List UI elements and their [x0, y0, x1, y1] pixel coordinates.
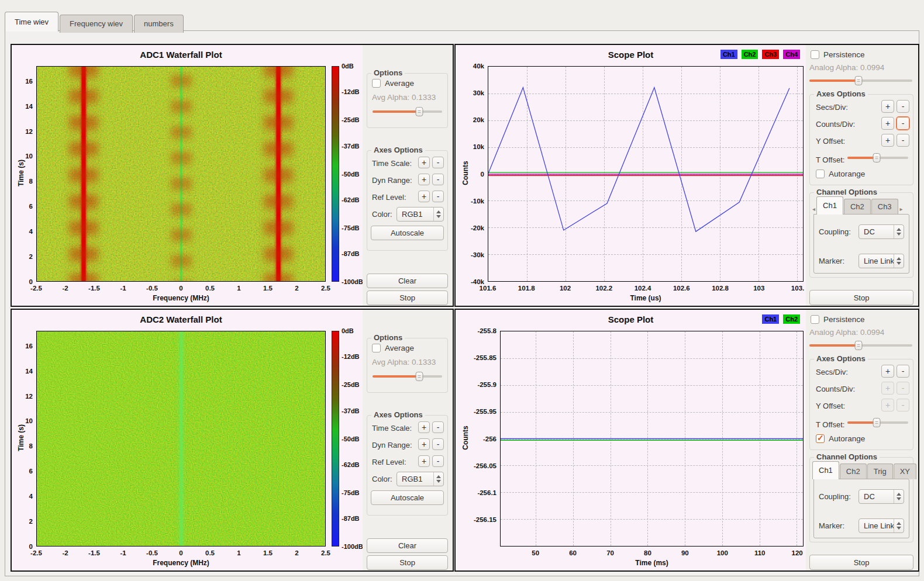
analog-alpha-slider[interactable] — [809, 75, 912, 86]
time-scale-minus-button[interactable]: - — [432, 421, 444, 433]
y-offset-plus-button[interactable]: + — [881, 134, 894, 147]
dyn-range-plus-button[interactable]: + — [418, 438, 430, 450]
channel-tab-ch2[interactable]: Ch2 — [840, 464, 867, 479]
coupling-select[interactable]: DC — [859, 489, 904, 504]
coupling-select[interactable]: DC — [859, 224, 904, 239]
time-scale-plus-button[interactable]: + — [418, 421, 430, 433]
channel-tab-ch3[interactable]: Ch3 — [871, 199, 898, 215]
y-tick-label: -255.95 — [474, 408, 497, 415]
ref-level-plus-button[interactable]: + — [418, 455, 430, 467]
marker-select[interactable]: Line Link — [859, 254, 904, 268]
coupling-label: Coupling: — [819, 492, 851, 501]
y-offset-minus-button[interactable]: - — [897, 134, 909, 147]
tab-frequency-wiev[interactable]: Frequency wiev — [60, 15, 133, 33]
average-label: Average — [385, 79, 414, 88]
dyn-range-minus-button[interactable]: - — [432, 174, 444, 185]
spinner-arrows-icon[interactable] — [894, 254, 904, 268]
y-tick-label: 4 — [29, 493, 33, 500]
adc1-waterfall-panel: ADC1 Waterfall Plot 0dB-12dB-25dB-37dB-5… — [11, 44, 454, 307]
tab-time-wiev[interactable]: Time wiev — [5, 12, 58, 32]
legend-chip: Ch2 — [742, 50, 758, 59]
x-tick-label: 110 — [754, 549, 766, 556]
channel-tab-ch1[interactable]: Ch1 — [816, 196, 843, 215]
colorbar-tick-label: -75dB — [342, 224, 360, 231]
time-scale-minus-button[interactable]: - — [432, 157, 444, 168]
autorange-checkbox[interactable] — [816, 170, 825, 178]
spinner-arrows-icon[interactable] — [433, 472, 443, 486]
y-offset-minus-button[interactable]: - — [897, 399, 909, 411]
y-offset-plus-button[interactable]: + — [881, 399, 894, 411]
ref-level-minus-button[interactable]: - — [432, 191, 444, 202]
ref-level-plus-button[interactable]: + — [418, 191, 430, 202]
color-select[interactable]: RGB1 — [397, 207, 444, 222]
counts-div-minus-button[interactable]: - — [897, 382, 909, 395]
carrier-stripe — [81, 67, 85, 281]
stop-button[interactable]: Stop — [809, 555, 913, 570]
marker-select[interactable]: Line Link — [859, 518, 904, 533]
stop-button[interactable]: Stop — [367, 290, 448, 305]
spinner-arrows-icon[interactable] — [894, 490, 904, 503]
x-tick-label: 100 — [717, 549, 728, 556]
adc1-waterfall-canvas[interactable] — [36, 66, 326, 282]
secs-div-plus-button[interactable]: + — [881, 365, 894, 378]
y-tick-label: 10k — [473, 143, 484, 150]
adc2-waterfall-canvas[interactable] — [36, 331, 326, 547]
tab-scroll-right-icon[interactable]: ▸ — [899, 206, 904, 215]
scope2-x-axis-ticks: 5060708090100110120 — [500, 549, 804, 558]
tab-scroll-left-icon[interactable]: ◂ — [811, 206, 816, 215]
clear-button[interactable]: Clear — [367, 274, 448, 288]
stop-button[interactable]: Stop — [367, 555, 448, 570]
stop-button[interactable]: Stop — [809, 290, 913, 305]
persistence-checkbox[interactable] — [811, 50, 819, 59]
autoscale-button[interactable]: Autoscale — [371, 226, 444, 240]
x-tick-label: 60 — [569, 549, 577, 556]
channel-tab-xy[interactable]: XY — [894, 464, 916, 479]
scope2-canvas[interactable] — [500, 331, 804, 547]
channel-tab-ch2[interactable]: Ch2 — [844, 199, 871, 215]
counts-div-plus-button[interactable]: + — [881, 117, 894, 130]
secs-div-minus-button[interactable]: - — [897, 365, 909, 378]
counts-div-plus-button[interactable]: + — [881, 382, 894, 395]
average-checkbox[interactable] — [372, 79, 381, 88]
spinner-arrows-icon[interactable] — [894, 519, 904, 532]
secs-div-plus-button[interactable]: + — [881, 100, 894, 113]
autoscale-button[interactable]: Autoscale — [371, 490, 444, 505]
tab-numbers[interactable]: numbers — [134, 15, 184, 33]
adc1-x-axis-label: Frequency (MHz) — [36, 294, 326, 302]
dyn-range-minus-button[interactable]: - — [432, 438, 444, 450]
adc2-y-axis-label: Time (s) — [17, 394, 25, 482]
analog-alpha-slider[interactable] — [809, 340, 912, 351]
y-tick-label: 14 — [25, 103, 33, 110]
scope2-y-axis-label: Counts — [461, 394, 470, 482]
y-tick-label: -256 — [483, 435, 497, 442]
ref-level-minus-button[interactable]: - — [432, 455, 444, 467]
scope2-panel: Scope Plot Ch1Ch2 -255.8-255.85-255.9-25… — [454, 309, 919, 572]
scope1-x-axis-label: Time (us) — [488, 294, 804, 302]
average-checkbox[interactable] — [372, 344, 381, 352]
avg-alpha-slider[interactable] — [373, 371, 442, 382]
scope1-canvas[interactable] — [488, 66, 804, 282]
axes-options-group: Axes Options Time Scale: + - Dyn Range: … — [367, 415, 448, 516]
t-offset-slider[interactable] — [847, 417, 908, 428]
channel-tab-trig[interactable]: Trig — [867, 464, 893, 479]
avg-alpha-slider[interactable] — [373, 106, 442, 117]
t-offset-slider[interactable] — [847, 153, 908, 163]
dyn-range-plus-button[interactable]: + — [418, 174, 430, 185]
clear-button[interactable]: Clear — [367, 538, 448, 553]
dyn-range-label: Dyn Range: — [372, 176, 412, 185]
x-tick-label: -2 — [62, 549, 68, 556]
counts-div-minus-button[interactable]: - — [897, 117, 909, 130]
scope1-legend: Ch1Ch2Ch3Ch4 — [720, 50, 800, 59]
persistence-checkbox[interactable] — [811, 315, 819, 324]
channel-tab-ch1[interactable]: Ch1 — [812, 461, 839, 479]
spinner-arrows-icon[interactable] — [894, 225, 904, 238]
x-tick-label: 2 — [295, 285, 298, 292]
color-select[interactable]: RGB1 — [397, 472, 444, 486]
spinner-arrows-icon[interactable] — [433, 208, 443, 221]
adc1-plot-region: ADC1 Waterfall Plot 0dB-12dB-25dB-37dB-5… — [12, 45, 363, 306]
colorbar-tick-label: -100dB — [342, 278, 363, 285]
time-scale-plus-button[interactable]: + — [418, 157, 430, 168]
autorange-checkbox[interactable] — [816, 434, 825, 443]
x-tick-label: 80 — [644, 549, 651, 556]
secs-div-minus-button[interactable]: - — [897, 100, 909, 113]
